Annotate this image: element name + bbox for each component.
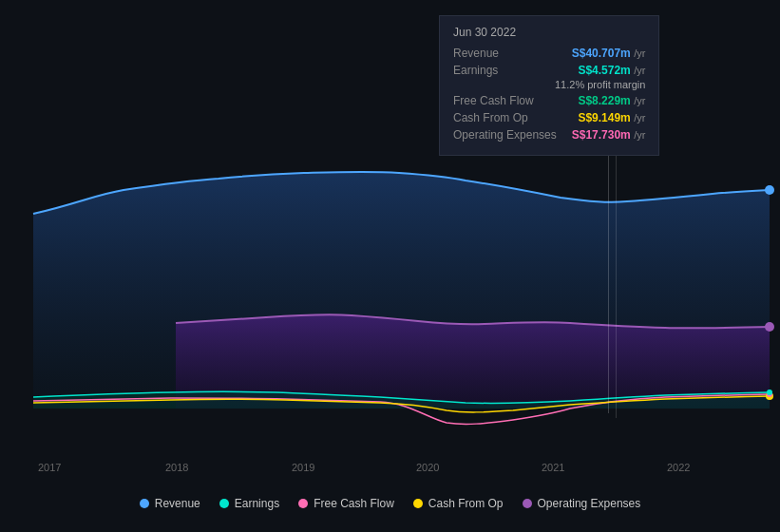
legend-opex-label: Operating Expenses [538,497,641,510]
x-label-2022: 2022 [667,462,690,473]
legend-fcf-dot [298,499,308,508]
chart-svg [0,0,780,484]
x-label-2019: 2019 [292,462,314,473]
tooltip-profit-margin: 11.2% profit margin [453,79,645,90]
highlight-line [616,147,617,418]
x-label-2017: 2017 [38,462,61,473]
tooltip-opex-label: Operating Expenses [453,128,557,142]
svg-rect-1 [608,147,609,413]
tooltip-date: Jun 30 2022 [453,26,645,39]
tooltip-earnings-label: Earnings [453,64,498,77]
legend-revenue-label: Revenue [155,497,200,510]
legend-earnings-label: Earnings [235,497,279,510]
svg-point-2 [765,185,774,195]
legend-cashop-label: Cash From Op [428,497,504,510]
tooltip-cashop-value: S$9.149m /yr [578,111,645,124]
legend-fcf-label: Free Cash Flow [314,497,394,510]
legend-cashop-dot [413,499,423,508]
tooltip-cashop-label: Cash From Op [453,111,528,124]
x-label-2020: 2020 [416,462,439,473]
tooltip-fcf-row: Free Cash Flow S$8.229m /yr [453,94,645,107]
svg-point-3 [765,322,774,332]
legend-revenue[interactable]: Revenue [140,497,200,510]
tooltip-earnings-row: Earnings S$4.572m /yr [453,64,645,77]
legend-fcf[interactable]: Free Cash Flow [298,497,394,510]
legend-revenue-dot [140,499,149,508]
legend: Revenue Earnings Free Cash Flow Cash Fro… [0,489,780,518]
x-label-2021: 2021 [542,462,564,473]
tooltip-cashop-row: Cash From Op S$9.149m /yr [453,111,645,124]
legend-earnings[interactable]: Earnings [219,497,279,510]
tooltip-opex-row: Operating Expenses S$17.730m /yr [453,128,645,142]
tooltip-earnings-value: S$4.572m /yr [578,64,645,77]
chart-container: Jun 30 2022 Revenue S$40.707m /yr Earnin… [0,0,780,532]
tooltip-revenue-label: Revenue [453,47,499,60]
tooltip-opex-value: S$17.730m /yr [572,128,646,142]
tooltip-box: Jun 30 2022 Revenue S$40.707m /yr Earnin… [439,15,659,156]
legend-cashop[interactable]: Cash From Op [413,497,504,510]
tooltip-revenue-row: Revenue S$40.707m /yr [453,47,645,60]
legend-opex-dot [523,499,532,508]
svg-point-6 [767,390,772,395]
tooltip-fcf-label: Free Cash Flow [453,94,534,107]
legend-earnings-dot [219,499,229,508]
x-label-2018: 2018 [165,462,188,473]
legend-opex[interactable]: Operating Expenses [523,497,641,510]
tooltip-fcf-value: S$8.229m /yr [578,94,645,107]
tooltip-revenue-value: S$40.707m /yr [572,47,646,60]
